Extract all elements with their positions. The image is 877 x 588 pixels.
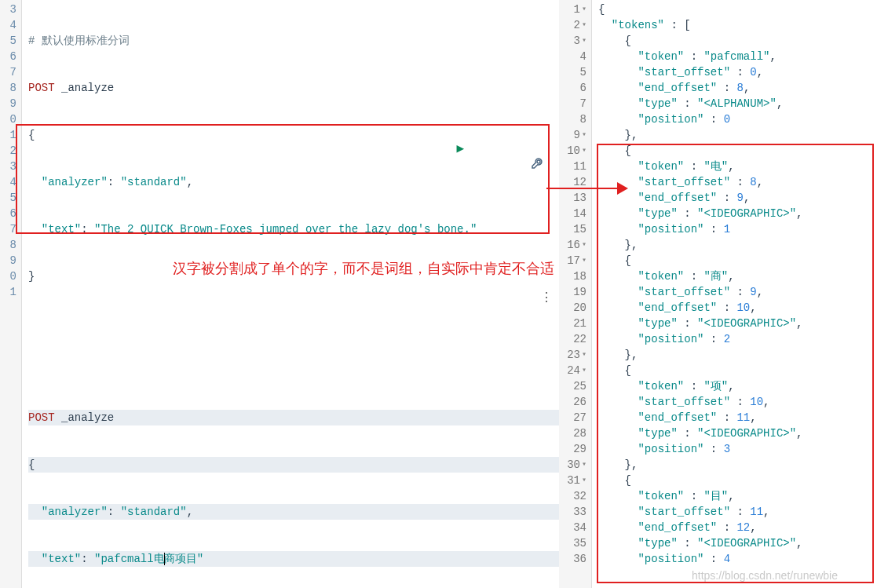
code-line: "start_offset" : 9,: [598, 284, 877, 300]
code-line: "type" : "<ALPHANUM>",: [598, 96, 877, 111]
line-number: 4: [559, 49, 586, 64]
line-number: 8: [559, 111, 586, 127]
line-number: 8: [0, 80, 16, 96]
line-number: 3: [0, 159, 16, 174]
line-number: [0, 300, 16, 316]
json-key: "text": [42, 223, 81, 236]
line-number: 15: [559, 221, 586, 237]
code-line: "end_offset" : 8,: [598, 80, 877, 96]
line-number: 17▾: [559, 253, 586, 268]
http-method: POST: [28, 411, 55, 424]
code-line: "start_offset" : 11,: [598, 504, 877, 520]
line-number: 24▾: [559, 363, 586, 378]
code-line: "position" : 4: [598, 551, 877, 567]
line-number: 2▾: [559, 17, 586, 33]
line-number: 7: [559, 96, 586, 111]
code-line: "position" : 2: [598, 331, 877, 347]
json-key: "analyzer": [42, 506, 108, 518]
fold-icon[interactable]: ▾: [582, 253, 586, 268]
close-brace: }: [28, 270, 35, 283]
code-line: "end_offset" : 9,: [598, 190, 877, 206]
line-number: 18: [559, 268, 586, 284]
code-line: "type" : "<IDEOGRAPHIC>",: [598, 316, 877, 331]
line-number: 29: [559, 441, 586, 457]
http-method: POST: [28, 82, 55, 94]
request-path: _analyze: [61, 411, 114, 424]
code-line: "end_offset" : 10,: [598, 300, 877, 316]
request-editor-pane: 3456789012345678901 # 默认使用标准分词 POST _ana…: [0, 0, 559, 588]
line-number: 11: [559, 159, 586, 174]
code-line: "token" : "目",: [598, 488, 877, 504]
more-dots-icon[interactable]: ⋮: [540, 290, 551, 306]
json-key: "text": [42, 553, 81, 565]
code-line: },: [598, 457, 877, 473]
line-number: 8: [0, 237, 16, 253]
line-number: 0: [0, 268, 16, 284]
line-number: 5: [0, 33, 16, 49]
line-number: 3▾: [559, 33, 586, 49]
code-line: "token" : "电",: [598, 159, 877, 174]
annotation-text: 汉字被分割成了单个的字，而不是词组，自实际中肯定不合适: [173, 257, 550, 279]
fold-icon[interactable]: ▾: [582, 33, 586, 49]
line-number: 4: [0, 174, 16, 190]
json-value: "standard": [121, 506, 187, 518]
fold-icon[interactable]: ▾: [582, 457, 586, 473]
right-line-gutter: 1▾2▾3▾456789▾10▾111213141516▾17▾18192021…: [559, 0, 592, 588]
line-number: 7: [0, 221, 16, 237]
comment-line: # 默认使用标准分词: [28, 35, 130, 47]
line-number: 19: [559, 284, 586, 300]
line-number: 1: [0, 284, 16, 300]
line-number: 1▾: [559, 2, 586, 17]
wrench-icon[interactable]: [470, 141, 543, 190]
fold-icon[interactable]: ▾: [582, 17, 586, 33]
line-number: 7: [0, 64, 16, 80]
line-number: 28: [559, 425, 586, 441]
fold-icon[interactable]: ▾: [582, 143, 586, 159]
fold-icon[interactable]: ▾: [582, 473, 586, 488]
fold-icon[interactable]: ▾: [582, 237, 586, 253]
line-number: 5: [559, 64, 586, 80]
line-number: 1: [0, 127, 16, 143]
line-number: 23▾: [559, 347, 586, 363]
request-editor[interactable]: # 默认使用标准分词 POST _analyze { "analyzer": "…: [22, 0, 559, 588]
code-line: {: [598, 473, 877, 488]
code-line: "position" : 0: [598, 111, 877, 127]
code-line: "end_offset" : 12,: [598, 520, 877, 535]
line-number: 34: [559, 520, 586, 535]
line-number: 3: [0, 2, 16, 17]
line-number: 9: [0, 253, 16, 268]
left-line-gutter: 3456789012345678901: [0, 0, 22, 588]
code-line: "end_offset" : 11,: [598, 410, 877, 425]
line-number: 30▾: [559, 457, 586, 473]
line-number: 16▾: [559, 237, 586, 253]
line-number: 0: [0, 111, 16, 127]
line-number: 6: [0, 49, 16, 64]
code-line: {: [598, 253, 877, 268]
line-number: 33: [559, 504, 586, 520]
code-line: },: [598, 127, 877, 143]
code-line: "type" : "<IDEOGRAPHIC>",: [598, 535, 877, 551]
fold-icon[interactable]: ▾: [582, 347, 586, 363]
fold-icon[interactable]: ▾: [582, 2, 586, 17]
request-path: _analyze: [61, 82, 114, 94]
json-value: "standard": [121, 176, 187, 188]
line-number: 4: [0, 17, 16, 33]
watermark: https://blog.csdn.net/runewbie: [692, 569, 838, 582]
code-line: },: [598, 237, 877, 253]
line-number: 21: [559, 316, 586, 331]
line-number: 12: [559, 174, 586, 190]
run-query-icon[interactable]: ▶: [457, 141, 465, 190]
line-number: 22: [559, 331, 586, 347]
code-line: "type" : "<IDEOGRAPHIC>",: [598, 425, 877, 441]
code-line: "type" : "<IDEOGRAPHIC>",: [598, 206, 877, 221]
fold-icon[interactable]: ▾: [582, 363, 586, 378]
code-line: {: [598, 363, 877, 378]
line-number: 9▾: [559, 127, 586, 143]
line-number: 31▾: [559, 473, 586, 488]
code-line: "start_offset" : 0,: [598, 64, 877, 80]
code-line: "token" : "商",: [598, 268, 877, 284]
response-viewer[interactable]: { "tokens" : [ { "token" : "pafcmall", "…: [592, 0, 877, 588]
fold-icon[interactable]: ▾: [582, 127, 586, 143]
json-value: "The 2 QUICK Brown-Foxes jumped over the…: [94, 223, 477, 236]
code-line: "token" : "pafcmall",: [598, 49, 877, 64]
